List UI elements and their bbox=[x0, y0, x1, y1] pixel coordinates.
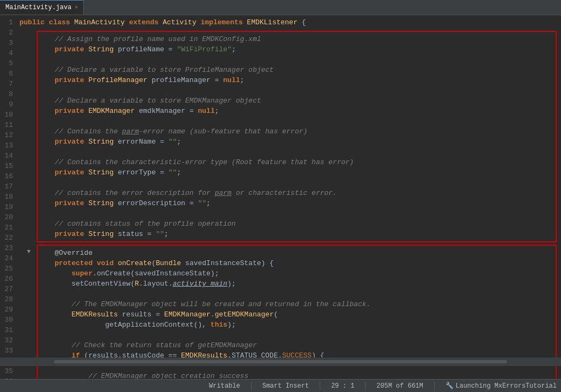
status-bar: Writable Smart Insert 29 : 1 205M of 661… bbox=[0, 379, 561, 392]
line-numbers: 1 2 3 4 5 6 7 8 9 10 11 12 13 14 15 16 1… bbox=[0, 17, 16, 379]
editor-layout: 1 2 3 4 5 6 7 8 9 10 11 12 13 14 15 16 1… bbox=[0, 15, 561, 379]
code-section-1: // Assign the profile name used in EMDKC… bbox=[37, 31, 557, 242]
tab-label: MainActivity.java bbox=[5, 4, 71, 11]
collapse-icon[interactable]: ▼ bbox=[27, 247, 31, 257]
horizontal-scrollbar[interactable] bbox=[0, 357, 561, 366]
tab-close-icon[interactable]: × bbox=[75, 5, 78, 11]
status-task: 🔧 Launching MxErrorsTutorial bbox=[445, 382, 557, 390]
status-smart-insert: Smart Insert bbox=[262, 382, 309, 390]
tab-bar: MainActivity.java × bbox=[0, 0, 561, 15]
task-icon: 🔧 bbox=[445, 382, 454, 390]
code-area[interactable]: public class MainActivity extends Activi… bbox=[16, 17, 561, 379]
status-divider-3 bbox=[365, 382, 366, 390]
status-divider-1 bbox=[251, 382, 252, 390]
tab-mainactivity[interactable]: MainActivity.java × bbox=[0, 0, 84, 15]
scroll-thumb[interactable] bbox=[54, 360, 507, 363]
status-divider-4 bbox=[434, 382, 435, 390]
status-position: 29 : 1 bbox=[331, 382, 354, 390]
status-memory: 205M of 661M bbox=[376, 382, 423, 390]
status-writable: Writable bbox=[209, 382, 240, 390]
status-divider-2 bbox=[320, 382, 320, 390]
editor-container: 1 2 3 4 5 6 7 8 9 10 11 12 13 14 15 16 1… bbox=[0, 15, 561, 379]
